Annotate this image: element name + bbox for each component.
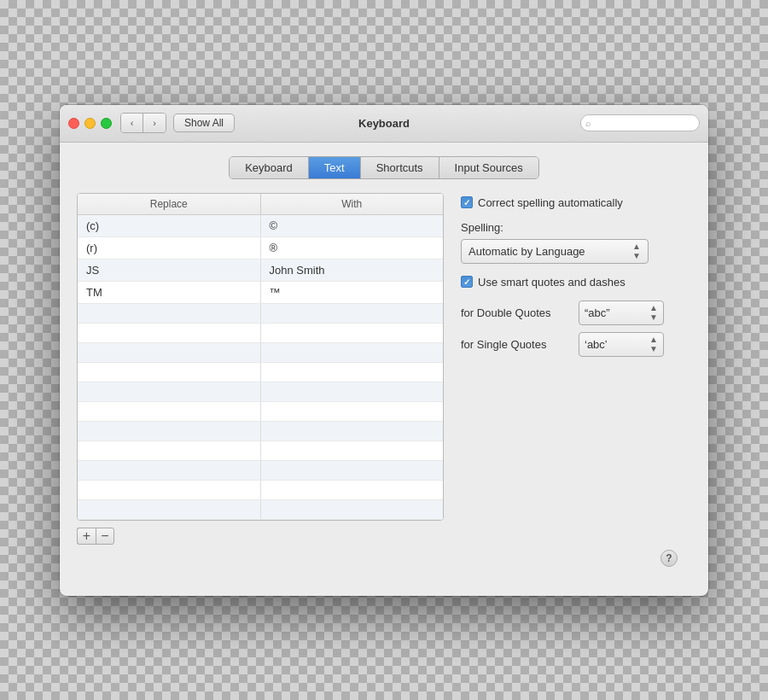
table-row[interactable] — [78, 304, 443, 324]
table-header: Replace With — [78, 194, 443, 215]
tab-shortcuts[interactable]: Shortcuts — [361, 157, 439, 178]
with-cell — [261, 422, 444, 440]
replace-cell: TM — [78, 282, 261, 303]
with-cell: John Smith — [261, 260, 444, 281]
table-row[interactable] — [78, 324, 443, 343]
smart-quotes-checkbox[interactable]: ✓ — [461, 276, 473, 288]
tab-group: Keyboard Text Shortcuts Input Sources — [229, 156, 539, 179]
replace-cell: (c) — [78, 215, 261, 236]
search-input[interactable] — [580, 114, 700, 131]
with-cell — [261, 324, 444, 342]
forward-button[interactable]: › — [143, 114, 166, 132]
search-icon: ⌕ — [585, 118, 591, 128]
double-quotes-arrow-icon: ▲ ▼ — [649, 304, 658, 322]
double-quotes-dropdown[interactable]: “abc” ▲ ▼ — [579, 300, 664, 325]
spelling-dropdown[interactable]: Automatic by Language ▲ ▼ — [461, 239, 649, 264]
with-cell — [261, 304, 444, 323]
single-quotes-arrow-icon: ▲ ▼ — [649, 335, 658, 353]
close-button[interactable] — [68, 118, 79, 129]
single-quotes-row: for Single Quotes ‘abc’ ▲ ▼ — [461, 332, 691, 357]
with-cell — [261, 382, 444, 401]
smart-quotes-label: Use smart quotes and dashes — [478, 276, 625, 289]
title-bar: ‹ › Show All Keyboard ⌕ — [60, 105, 708, 143]
double-quotes-value: “abc” — [585, 306, 649, 319]
replace-cell — [78, 500, 261, 519]
replace-cell: JS — [78, 260, 261, 281]
table-row[interactable]: JS John Smith — [78, 260, 443, 282]
correct-spelling-row: ✓ Correct spelling automatically — [461, 196, 691, 209]
bottom-area: ? — [77, 545, 691, 579]
table-row[interactable]: (c) © — [78, 215, 443, 237]
replace-cell — [78, 382, 261, 401]
with-cell — [261, 500, 444, 519]
replace-cell — [78, 324, 261, 342]
remove-row-button[interactable]: − — [96, 528, 114, 545]
spelling-section-label: Spelling: — [461, 221, 691, 234]
table-row[interactable] — [78, 461, 443, 481]
tab-text[interactable]: Text — [309, 157, 361, 178]
double-quotes-row: for Double Quotes “abc” ▲ ▼ — [461, 300, 691, 325]
replacement-table: Replace With (c) © (r) ® JS — [77, 193, 444, 521]
tab-input-sources[interactable]: Input Sources — [439, 157, 538, 178]
add-row-button[interactable]: + — [77, 528, 96, 545]
traffic-lights — [68, 118, 112, 129]
help-button[interactable]: ? — [660, 550, 678, 567]
with-cell: ™ — [261, 282, 444, 303]
nav-buttons: ‹ › — [120, 113, 166, 133]
table-row[interactable] — [78, 382, 443, 402]
with-cell: ® — [261, 237, 444, 259]
table-controls: + − — [77, 528, 444, 545]
quotes-section: for Double Quotes “abc” ▲ ▼ for Single Q… — [461, 300, 691, 357]
correct-spelling-label: Correct spelling automatically — [478, 196, 623, 209]
minimize-button[interactable] — [84, 118, 96, 129]
main-content: Replace With (c) © (r) ® JS — [77, 193, 691, 545]
checkmark-icon: ✓ — [463, 198, 470, 207]
table-row[interactable] — [78, 343, 443, 363]
content-area: Keyboard Text Shortcuts Input Sources — [60, 143, 708, 596]
table-row[interactable] — [78, 441, 443, 461]
with-cell: © — [261, 215, 444, 236]
with-cell — [261, 481, 444, 499]
keyboard-preferences-window: ‹ › Show All Keyboard ⌕ Keyboard Text Sh… — [60, 105, 708, 596]
right-panel: ✓ Correct spelling automatically Spellin… — [461, 193, 691, 545]
search-box: ⌕ — [580, 114, 700, 131]
tab-keyboard[interactable]: Keyboard — [230, 157, 309, 178]
tab-bar: Keyboard Text Shortcuts Input Sources — [77, 156, 691, 179]
table-row[interactable] — [78, 402, 443, 422]
with-col-header: With — [261, 194, 444, 214]
show-all-button[interactable]: Show All — [173, 114, 235, 132]
correct-spelling-checkbox[interactable]: ✓ — [461, 196, 473, 208]
table-row[interactable] — [78, 422, 443, 441]
replace-cell — [78, 363, 261, 382]
replace-cell — [78, 461, 261, 480]
with-cell — [261, 441, 444, 460]
table-body: (c) © (r) ® JS John Smith TM — [78, 215, 443, 520]
replace-col-header: Replace — [78, 194, 261, 214]
table-row[interactable] — [78, 363, 443, 382]
replace-cell — [78, 304, 261, 323]
maximize-button[interactable] — [101, 118, 112, 129]
table-row[interactable]: (r) ® — [78, 237, 443, 260]
smart-quotes-row: ✓ Use smart quotes and dashes — [461, 276, 691, 289]
table-row[interactable] — [78, 500, 443, 520]
replace-cell — [78, 343, 261, 362]
window-title: Keyboard — [358, 117, 410, 130]
single-quotes-dropdown[interactable]: ‘abc’ ▲ ▼ — [579, 332, 664, 357]
double-quotes-label: for Double Quotes — [461, 306, 572, 319]
with-cell — [261, 402, 444, 421]
table-row[interactable]: TM ™ — [78, 282, 443, 304]
with-cell — [261, 343, 444, 362]
with-cell — [261, 363, 444, 382]
replace-cell: (r) — [78, 237, 261, 259]
single-quotes-value: ‘abc’ — [585, 338, 649, 351]
dropdown-arrow-icon: ▲ ▼ — [632, 242, 641, 260]
back-button[interactable]: ‹ — [121, 114, 143, 132]
spelling-section: Spelling: Automatic by Language ▲ ▼ — [461, 221, 691, 264]
with-cell — [261, 461, 444, 480]
single-quotes-label: for Single Quotes — [461, 338, 572, 351]
checkmark-icon: ✓ — [463, 277, 470, 287]
table-row[interactable] — [78, 481, 443, 500]
replace-cell — [78, 402, 261, 421]
replace-cell — [78, 441, 261, 460]
replace-cell — [78, 422, 261, 440]
